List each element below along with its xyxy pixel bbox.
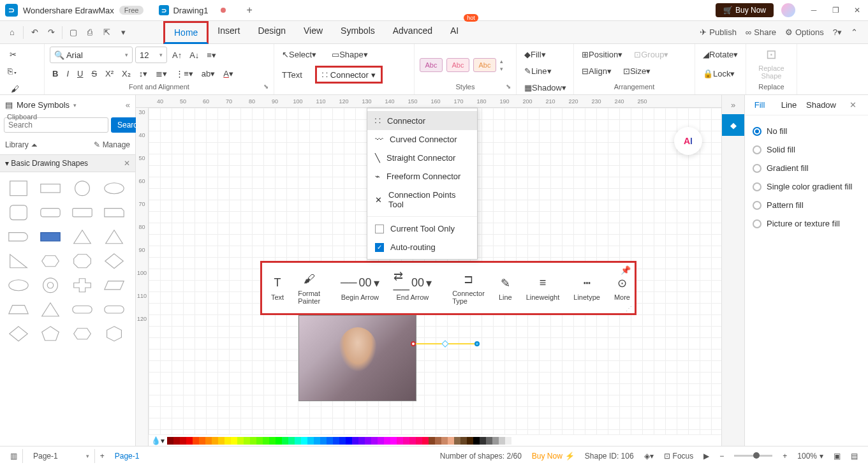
line-spacing-button[interactable]: ≣▾ [153,66,170,81]
color-swatch[interactable] [250,437,256,445]
rp-tab-line[interactable]: Line [774,95,804,115]
shape-ellipse[interactable] [102,179,126,198]
color-swatch[interactable] [173,437,180,445]
menu-ai[interactable]: AI hot [441,21,467,44]
section-close[interactable]: ✕ [124,159,130,168]
user-avatar[interactable] [781,3,795,17]
color-swatch[interactable] [378,437,384,445]
shape-square[interactable] [6,179,31,198]
rp-tab-fill[interactable]: Fill [745,95,774,115]
text-tool[interactable]: T Text [279,67,305,82]
page-select[interactable]: Page-1 [28,449,84,463]
fill-button[interactable]: ◆ Fill▾ [522,47,548,62]
color-swatch[interactable] [167,437,173,445]
color-swatch[interactable] [282,437,288,445]
style-preset-1[interactable]: Abc [420,58,443,72]
bold-button[interactable]: B [50,66,61,81]
color-swatch[interactable] [397,437,403,445]
layers-button[interactable]: ◈▾ [639,452,659,461]
rp-tab-shadow[interactable]: Shadow [804,95,839,115]
shape-roundrect[interactable] [38,203,63,222]
ft-begin-arrow[interactable]: ── 00▾Begin Arrow [337,274,383,302]
shape-frame[interactable] [38,227,63,246]
color-swatch[interactable] [180,437,186,445]
shape-terminator[interactable] [6,227,31,246]
color-swatch[interactable] [467,437,473,445]
color-swatch[interactable] [390,437,397,445]
zoom-slider[interactable] [734,455,772,457]
bullets-button[interactable]: ⋮≡▾ [173,66,196,81]
color-swatch[interactable] [339,437,346,445]
shape-hexagon3[interactable] [102,324,126,343]
color-swatch[interactable] [454,437,460,445]
shape-triangle3[interactable] [38,300,63,319]
ft-linetype[interactable]: ┅Linetype [570,274,604,302]
color-swatch[interactable] [327,437,333,445]
fill-opt-none[interactable]: No fill [753,122,860,140]
select-tool[interactable]: ↖ Select▾ [279,47,319,62]
presentation-button[interactable]: ▶ [698,452,714,461]
decrease-font[interactable]: A↓ [187,47,202,63]
font-color-button[interactable]: A▾ [221,66,236,81]
shape-pill[interactable] [70,300,94,319]
fill-opt-solid[interactable]: Solid fill [753,140,860,159]
color-swatch[interactable] [409,437,416,445]
color-swatch[interactable] [212,437,218,445]
color-swatch[interactable] [460,437,467,445]
fill-opt-picture[interactable]: Picture or texture fill [753,214,860,233]
shape-roundrect2[interactable] [70,203,94,222]
shape-triangle2[interactable] [102,227,126,246]
close-button[interactable]: ✕ [846,6,868,15]
spacing-button[interactable]: ↕▾ [136,66,151,81]
color-swatch[interactable] [429,437,435,445]
fill-opt-single-gradient[interactable]: Single color gradient fill [753,177,860,196]
menu-insert[interactable]: Insert [209,21,249,44]
color-swatch[interactable] [224,437,231,445]
group-button[interactable]: ⊡ Group▾ [631,47,671,62]
color-swatch[interactable] [231,437,237,445]
dd-points[interactable]: ✕Connection Points Tool [367,186,477,214]
color-swatch[interactable] [403,437,409,445]
canvas[interactable]: 4050607080901001101201301401501601701801… [136,95,721,446]
menu-design[interactable]: Design [249,21,295,44]
home-icon[interactable]: ⌂ [4,24,20,41]
dd-current-only[interactable]: Current Tool Only [367,219,477,238]
color-swatch[interactable] [492,437,499,445]
pin-icon[interactable]: 📌 [621,265,631,275]
ft-line[interactable]: ✎Line [495,274,516,302]
shadow-button[interactable]: ▦ Shadow▾ [522,80,569,95]
color-swatch[interactable] [263,437,269,445]
dd-connector[interactable]: ⸬Connector [367,111,477,130]
page-tab[interactable]: Page-1 [110,452,145,461]
ft-more[interactable]: ⊙More [610,274,634,302]
pages-icon[interactable]: ▥ [5,452,22,461]
format-painter-button[interactable]: 🖌 [5,81,25,96]
color-swatch[interactable] [301,437,307,445]
case-button[interactable]: ab▾ [199,66,217,81]
menu-view[interactable]: View [295,21,332,44]
shape-trapezoid[interactable] [6,300,31,319]
color-swatch[interactable] [244,437,250,445]
ft-format-painter[interactable]: 🖌Format Painter [294,270,324,306]
publish-button[interactable]: ✈Publish [700,27,737,37]
buy-now-button[interactable]: 🛒 Buy Now [716,3,774,17]
color-swatch[interactable] [199,437,205,445]
color-swatch[interactable] [333,437,339,445]
fill-opt-gradient[interactable]: Gradient fill [753,159,860,177]
resize-handle[interactable]: ⋰ [626,305,632,312]
shape-octagon[interactable] [70,251,94,270]
color-swatch[interactable] [346,437,352,445]
share-button[interactable]: ∞Share [746,27,776,37]
lock-button[interactable]: 🔒 Lock▾ [700,66,737,81]
style-preset-2[interactable]: Abc [446,58,469,72]
maximize-button[interactable]: ❐ [825,6,846,15]
underline-button[interactable]: U [75,66,85,81]
connector-shape[interactable] [413,343,477,344]
color-swatch[interactable] [416,437,422,445]
dd-straight[interactable]: ╲Straight Connector [367,149,477,167]
color-swatch[interactable] [186,437,193,445]
color-swatch[interactable] [384,437,390,445]
shape-hexagon[interactable] [38,251,63,270]
shape-tool[interactable]: ▭ Shape▾ [329,47,371,62]
dd-freeform[interactable]: ⌁Freeform Connector [367,167,477,186]
